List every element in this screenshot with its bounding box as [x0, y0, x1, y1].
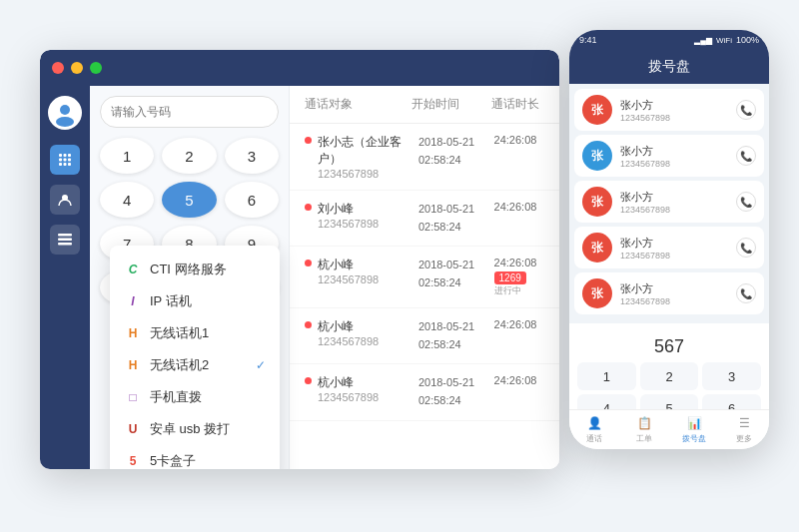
wireless2-label: 无线话机2 — [150, 356, 209, 374]
sidebar — [40, 86, 90, 469]
right-panel: 通话对象 开始时间 通话时长 张小志（企业客户） 1234567898 2018… — [290, 86, 559, 469]
menu-item-cti[interactable]: C CTI 网络服务 — [110, 254, 280, 285]
phone-bottom-nav: 👤 通话 📋 工单 📊 拨号盘 ☰ 更多 — [569, 409, 769, 449]
phone-dial-key-1[interactable]: 1 — [577, 362, 636, 390]
svg-rect-14 — [58, 243, 72, 246]
call-log-list: 张小志（企业客户） 1234567898 2018-05-21 02:58:24… — [290, 124, 559, 469]
phone-dial-key-3[interactable]: 3 — [702, 362, 761, 390]
phone-header-title: 拨号盘 — [648, 58, 690, 76]
list-item[interactable]: 张 张小方 1234567898 📞 — [574, 181, 764, 223]
avatar: 张 — [582, 233, 612, 263]
dial-key-1[interactable]: 1 — [100, 138, 154, 174]
phone-dial-key-4[interactable]: 4 — [577, 394, 636, 409]
svg-rect-4 — [68, 154, 71, 157]
ip-label: IP 话机 — [150, 292, 192, 310]
wireless2-icon: H — [124, 356, 142, 374]
call-log-header: 通话对象 开始时间 通话时长 — [290, 86, 559, 124]
mobile-phone: 9:41 ▂▄▆ WiFi 100% 拨号盘 张 张小方 1234567898 … — [569, 30, 769, 449]
contact-info: 张小方 1234567898 — [620, 98, 728, 123]
sidebar-icon-contacts[interactable] — [50, 185, 80, 215]
call-icon[interactable]: 📞 — [736, 100, 756, 120]
call-icon[interactable]: 📞 — [736, 192, 756, 212]
table-row[interactable]: 张小志（企业客户） 1234567898 2018-05-21 02:58:24… — [290, 124, 559, 191]
dial-display: 567 — [577, 331, 761, 362]
usb-icon: U — [124, 420, 142, 438]
phone-dialpad: 567 1 2 3 4 5 6 7 8 9 * 0 # 📞 — [569, 323, 769, 409]
minimize-button[interactable] — [71, 62, 83, 74]
calls-icon: 👤 — [586, 415, 602, 431]
sidebar-icon-dial[interactable] — [50, 145, 80, 175]
svg-point-0 — [60, 105, 70, 115]
list-item[interactable]: 张 张小方 1234567898 📞 — [574, 89, 764, 131]
svg-rect-13 — [58, 239, 72, 242]
close-button[interactable] — [52, 62, 64, 74]
avatar: 张 — [582, 95, 612, 125]
avatar: 张 — [582, 187, 612, 217]
mobile-icon: □ — [124, 388, 142, 406]
list-item[interactable]: 张 张小方 1234567898 📞 — [574, 227, 764, 268]
call-time: 2018-05-21 02:58:24 — [418, 318, 494, 353]
menu-item-5card[interactable]: 5 5卡盒子 — [110, 445, 280, 469]
wifi-icon: WiFi — [716, 36, 732, 45]
svg-rect-12 — [58, 234, 72, 237]
menu-item-mobile[interactable]: □ 手机直拨 — [110, 381, 280, 413]
missed-dot — [305, 260, 312, 266]
svg-rect-3 — [64, 154, 67, 157]
call-icon[interactable]: 📞 — [736, 146, 756, 166]
phone-dial-key-5[interactable]: 5 — [640, 394, 699, 409]
5card-label: 5卡盒子 — [150, 452, 196, 469]
phone-nav-workorder[interactable]: 📋 工单 — [619, 415, 669, 444]
call-time: 2018-05-21 02:58:24 — [418, 134, 494, 169]
phone-nav-calls[interactable]: 👤 通话 — [569, 415, 619, 444]
dial-key-2[interactable]: 2 — [162, 138, 216, 174]
contact-info: 杭小峰 1234567898 — [318, 257, 418, 285]
menu-item-wireless2[interactable]: H 无线话机2 ✓ — [110, 349, 280, 381]
phone-status-bar: 9:41 ▂▄▆ WiFi 100% — [569, 30, 769, 50]
dial-key-6[interactable]: 6 — [225, 182, 279, 218]
phone-dial-key-6[interactable]: 6 — [702, 394, 761, 409]
svg-rect-5 — [59, 159, 62, 162]
table-row[interactable]: 杭小峰 1234567898 2018-05-21 02:58:24 24:26… — [290, 308, 559, 364]
call-duration-badge: 24:26:08 1269 进行中 — [494, 257, 544, 297]
table-row[interactable]: 杭小峰 1234567898 2018-05-21 02:58:24 24:26… — [290, 247, 559, 308]
dial-key-4[interactable]: 4 — [100, 182, 154, 218]
cti-label: CTI 网络服务 — [150, 261, 227, 278]
menu-item-usb[interactable]: U 安卓 usb 拨打 — [110, 413, 280, 445]
cti-icon: C — [124, 261, 142, 278]
table-row[interactable]: 杭小峰 1234567898 2018-05-21 02:58:24 24:26… — [290, 364, 559, 420]
svg-rect-2 — [59, 154, 62, 157]
menu-item-ip[interactable]: I IP 话机 — [110, 285, 280, 317]
dial-key-3[interactable]: 3 — [225, 138, 279, 174]
ip-icon: I — [124, 292, 142, 310]
phone-nav-dialpad[interactable]: 📊 拨号盘 — [669, 415, 719, 444]
missed-dot — [305, 137, 312, 144]
maximize-button[interactable] — [90, 62, 102, 74]
phone-contact-list: 张 张小方 1234567898 📞 张 张小方 1234567898 📞 张 … — [569, 84, 769, 323]
call-duration: 24:26:08 — [494, 318, 544, 330]
wireless1-label: 无线话机1 — [150, 324, 209, 342]
contact-info: 杭小峰 1234567898 — [318, 318, 418, 347]
phone-status-icons: ▂▄▆ WiFi 100% — [694, 35, 759, 45]
dial-key-5[interactable]: 5 — [162, 182, 216, 218]
contact-info: 张小方 1234567898 — [620, 236, 728, 261]
desktop-app: 1 2 3 4 5 6 7 8 9 0 # C CTI 网络服务 — [40, 50, 559, 469]
call-icon[interactable]: 📞 — [736, 238, 756, 258]
menu-item-wireless1[interactable]: H 无线话机1 — [110, 317, 280, 349]
call-icon[interactable]: 📞 — [736, 283, 756, 303]
sidebar-icon-settings[interactable] — [50, 225, 80, 255]
svg-rect-9 — [64, 163, 67, 166]
table-row[interactable]: 刘小峰 1234567898 2018-05-21 02:58:24 24:26… — [290, 191, 559, 247]
list-item[interactable]: 张 张小方 1234567898 📞 — [574, 135, 764, 177]
missed-dot — [305, 204, 312, 211]
list-item[interactable]: 张 张小方 1234567898 📞 — [574, 272, 764, 314]
svg-rect-6 — [64, 159, 67, 162]
phone-dial-key-2[interactable]: 2 — [640, 362, 699, 390]
phone-nav-more[interactable]: ☰ 更多 — [719, 415, 769, 444]
phone-header: 拨号盘 — [569, 50, 769, 84]
call-time: 2018-05-21 02:58:24 — [418, 257, 494, 291]
avatar[interactable] — [48, 96, 82, 130]
5card-icon: 5 — [124, 452, 142, 469]
call-time: 2018-05-21 02:58:24 — [418, 201, 494, 236]
dial-input[interactable] — [100, 96, 279, 128]
battery-icon: 100% — [736, 35, 759, 45]
